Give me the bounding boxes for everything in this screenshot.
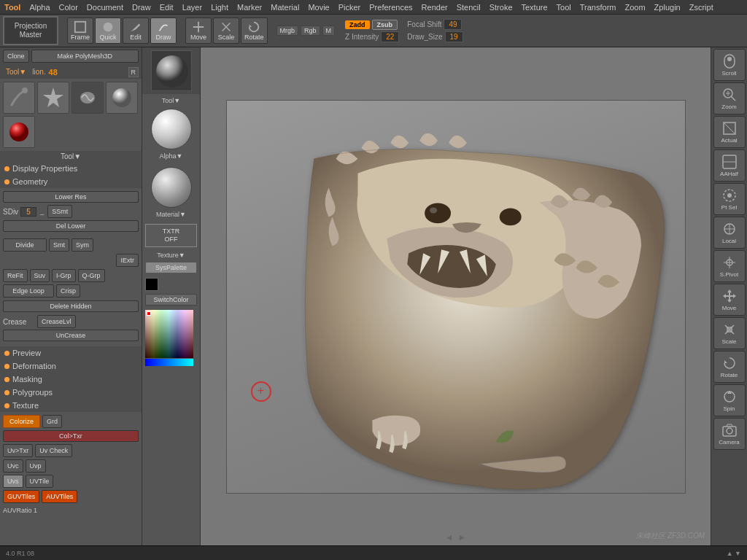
display-properties-header[interactable]: Display Properties: [0, 162, 142, 175]
tool-icon-4[interactable]: [106, 82, 138, 114]
menu-item-draw[interactable]: Draw: [128, 3, 155, 12]
alpha-dropdown[interactable]: Alpha▼: [158, 149, 185, 161]
menu-item-render[interactable]: Render: [417, 3, 452, 12]
suv-button[interactable]: Suv: [30, 269, 50, 282]
uvtile-button[interactable]: UVTile: [26, 475, 54, 488]
sym-button[interactable]: Sym: [71, 238, 93, 252]
edge-loop-button[interactable]: Edge Loop: [3, 284, 54, 298]
quick-button[interactable]: Quick: [95, 18, 121, 44]
menu-item-tool[interactable]: Tool: [552, 3, 576, 12]
polygroups-header[interactable]: Polygroups: [0, 386, 142, 399]
switchcolor-button[interactable]: SwitchColor: [145, 294, 197, 306]
menu-item-zscript[interactable]: Zscript: [685, 3, 718, 12]
masking-header[interactable]: Masking: [0, 373, 142, 386]
menu-item-alpha[interactable]: Alpha: [25, 3, 54, 12]
menu-item-texture[interactable]: Texture: [517, 3, 552, 12]
tool-icon-3[interactable]: [71, 82, 104, 114]
tool-dropdown[interactable]: Tool▼: [61, 152, 81, 160]
menu-item-transform[interactable]: Transform: [576, 3, 621, 12]
tool-label-alpha[interactable]: Tool▼: [142, 94, 200, 106]
sdiv-minus[interactable]: _: [39, 208, 45, 215]
draw-button[interactable]: Draw: [150, 18, 177, 44]
uvp-button[interactable]: Uvp: [26, 459, 46, 472]
uvs-button[interactable]: Uvs: [3, 475, 23, 488]
lower-res-button[interactable]: Lower Res: [3, 191, 139, 203]
iextr-button[interactable]: IExtr: [116, 254, 139, 267]
uncrease-button[interactable]: UnCrease: [3, 330, 139, 341]
canvas-viewport[interactable]: +: [226, 100, 686, 494]
sdiv-value[interactable]: 5: [20, 207, 36, 217]
scale-button[interactable]: Scale: [213, 18, 239, 44]
move-button[interactable]: Move: [185, 18, 212, 44]
ptsel-button[interactable]: Pt Sel: [713, 183, 746, 215]
del-lower-button[interactable]: Del Lower: [3, 220, 139, 232]
syspalette-button[interactable]: SysPalette: [145, 262, 197, 273]
frame-button[interactable]: Frame: [67, 18, 93, 44]
material-dropdown[interactable]: Material▼: [155, 208, 187, 219]
creaselvl-button[interactable]: CreaseLvl: [37, 315, 76, 328]
make-polymesh-button[interactable]: Make PolyMesh3D: [31, 50, 139, 63]
divide-button[interactable]: Divide: [3, 238, 47, 252]
preview-header[interactable]: Preview: [0, 346, 142, 359]
guvtiles-button[interactable]: GUVTiles: [3, 490, 39, 503]
texture-header[interactable]: Texture: [0, 399, 142, 412]
camera-button[interactable]: Camera: [713, 418, 746, 450]
color-picker-area[interactable]: [142, 308, 200, 368]
actual-button[interactable]: Actual: [713, 116, 746, 148]
menu-item-zoom[interactable]: Zoom: [620, 3, 649, 12]
canvas-area[interactable]: + ◄ ► 朱峰社区 ZF3D.COM: [201, 47, 711, 545]
tool-R-btn[interactable]: R: [128, 67, 139, 77]
color-strip[interactable]: [145, 359, 193, 366]
scroll-button[interactable]: Scroll: [713, 49, 746, 81]
menu-item-material[interactable]: Material: [266, 3, 303, 12]
uv-txr-button[interactable]: Uv>Txr: [3, 444, 33, 457]
auvtiles-button[interactable]: AUVTiles: [42, 490, 77, 503]
scroll-left[interactable]: ◄: [445, 532, 454, 542]
menu-item-movie[interactable]: Movie: [303, 3, 333, 12]
clone-button[interactable]: Clone: [3, 50, 29, 63]
tool-icon-5[interactable]: [3, 116, 35, 148]
tool-dropdown-label[interactable]: Tool▼: [3, 66, 29, 77]
menu-item-light[interactable]: Light: [206, 3, 233, 12]
tool-icon-2[interactable]: [37, 82, 69, 114]
geometry-header[interactable]: Geometry: [0, 175, 142, 188]
uv-check-button[interactable]: Uv Check: [35, 444, 72, 457]
tool-icon-1[interactable]: [3, 82, 35, 114]
mrgb-button[interactable]: Mrgb: [276, 26, 299, 36]
scroll-right[interactable]: ►: [458, 532, 467, 542]
uvc-button[interactable]: Uvc: [3, 459, 23, 472]
menu-item-color[interactable]: Color: [55, 3, 82, 12]
txtr-off-button[interactable]: TXTR OFF: [145, 224, 197, 247]
draw-size-value[interactable]: 19: [445, 31, 463, 42]
m-button[interactable]: M: [322, 26, 336, 36]
black-swatch[interactable]: [145, 278, 158, 291]
edit-button[interactable]: Edit: [123, 18, 149, 44]
menu-item-stencil[interactable]: Stencil: [452, 3, 485, 12]
projection-master-button[interactable]: Projection Master: [3, 16, 58, 45]
menu-item-picker[interactable]: Picker: [334, 3, 365, 12]
zadd-button[interactable]: Zadd: [345, 20, 370, 29]
aahalf-button[interactable]: AAHalf: [713, 149, 746, 182]
ssmt-button[interactable]: SSmt: [47, 205, 72, 218]
menu-item-edit[interactable]: Edit: [155, 3, 178, 12]
crisp-button[interactable]: Crisp: [56, 284, 80, 298]
rotate-button[interactable]: Rotate: [241, 18, 268, 44]
local-button[interactable]: Local: [713, 217, 746, 249]
igrp-button[interactable]: I-Grp: [52, 269, 76, 282]
spin-button[interactable]: Spin: [713, 384, 746, 416]
grd-button[interactable]: Grd: [42, 415, 62, 428]
spivot-button[interactable]: S.Pivot: [713, 250, 746, 282]
color-picker[interactable]: [145, 310, 193, 358]
move-right-button[interactable]: Move: [713, 284, 746, 316]
menu-item-marker[interactable]: Marker: [233, 3, 266, 12]
menu-item-preferences[interactable]: Preferences: [365, 3, 417, 12]
rotate-right-button[interactable]: Rotate: [713, 351, 746, 383]
delete-hidden-button[interactable]: Delete Hidden: [3, 300, 139, 312]
qgrp-button[interactable]: Q-Grp: [78, 269, 105, 282]
menu-item-document[interactable]: Document: [82, 3, 128, 12]
menu-item-layer[interactable]: Layer: [178, 3, 207, 12]
refit-button[interactable]: ReFit: [3, 269, 28, 282]
zoom-button[interactable]: Zoom: [713, 82, 746, 114]
rgb-button[interactable]: Rgb: [301, 26, 320, 36]
scale-right-button[interactable]: Scale: [713, 317, 746, 349]
